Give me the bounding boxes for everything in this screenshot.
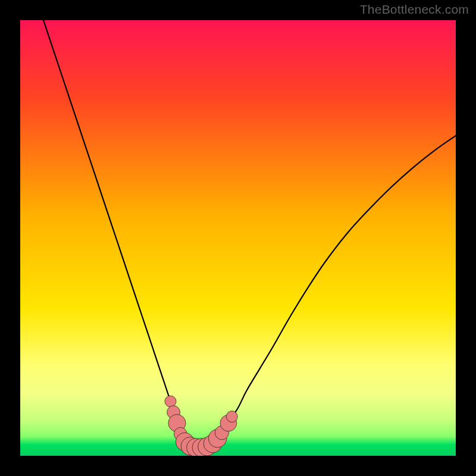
chart-svg [20, 20, 456, 456]
plot-area [20, 20, 456, 456]
gradient-bg [20, 20, 456, 456]
chart-frame: TheBottleneck.com [0, 0, 476, 476]
data-marker [165, 396, 176, 407]
data-marker [226, 411, 237, 422]
watermark-text: TheBottleneck.com [360, 2, 469, 17]
